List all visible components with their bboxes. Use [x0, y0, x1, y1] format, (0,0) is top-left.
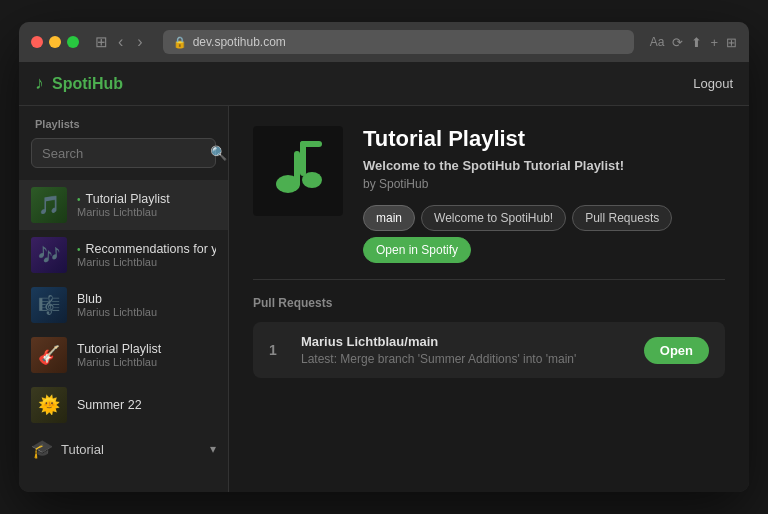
playlist-thumbnail: 🎼	[31, 287, 67, 323]
refresh-icon[interactable]: ⟳	[672, 35, 683, 50]
playlist-name: Tutorial Playlist	[77, 342, 216, 356]
maximize-button[interactable]	[67, 36, 79, 48]
playlist-thumbnail: 🎵	[31, 187, 67, 223]
playlist-name: Summer 22	[77, 398, 216, 412]
tab-welcome[interactable]: Welcome to SpotiHub!	[421, 205, 566, 231]
active-dot: •	[77, 244, 81, 255]
traffic-lights	[31, 36, 79, 48]
new-tab-icon[interactable]: +	[710, 35, 718, 50]
playlist-owner: Marius Lichtblau	[77, 256, 216, 268]
playlist-info: Summer 22	[77, 398, 216, 412]
list-item[interactable]: 🌞 Summer 22	[19, 380, 228, 430]
svg-rect-1	[300, 141, 306, 176]
chevron-down-icon: ▾	[210, 442, 216, 456]
app-header: ♪ SpotiHub Logout	[19, 62, 749, 106]
playlist-welcome: Welcome to the SpotiHub Tutorial Playlis…	[363, 158, 725, 173]
playlist-thumbnail: 🎶	[31, 237, 67, 273]
list-item[interactable]: 🎶 • Recommendations for you Marius Licht…	[19, 230, 228, 280]
tab-main[interactable]: main	[363, 205, 415, 231]
list-item[interactable]: 🎸 Tutorial Playlist Marius Lichtblau	[19, 330, 228, 380]
url-text: dev.spotihub.com	[193, 35, 286, 49]
pr-number: 1	[269, 342, 285, 358]
app-main: Playlists 🔍 🎵 • Tutorial Playlist Marius…	[19, 106, 749, 492]
tabs-icon[interactable]: ⊞	[726, 35, 737, 50]
browser-actions: Aa ⟳ ⬆ + ⊞	[650, 35, 737, 50]
search-button[interactable]: 🔍	[210, 145, 227, 161]
pr-item: 1 Marius Lichtblau/main Latest: Merge br…	[253, 322, 725, 378]
playlist-name: Blub	[77, 292, 216, 306]
pr-title: Marius Lichtblau/main	[301, 334, 628, 349]
tab-bar: main Welcome to SpotiHub! Pull Requests …	[363, 205, 725, 263]
search-container[interactable]: 🔍	[31, 138, 216, 168]
forward-button[interactable]: ›	[133, 31, 146, 53]
share-icon[interactable]: ⬆	[691, 35, 702, 50]
sidebar-footer-item[interactable]: 🎓 Tutorial ▾	[19, 430, 228, 468]
browser-titlebar: ⊞ ‹ › 🔒 dev.spotihub.com Aa ⟳ ⬆ + ⊞	[19, 22, 749, 62]
app-logo: ♪ SpotiHub	[35, 73, 123, 94]
logo-icon: ♪	[35, 73, 44, 94]
pr-subtitle: Latest: Merge branch 'Summer Additions' …	[301, 352, 628, 366]
playlist-info: Blub Marius Lichtblau	[77, 292, 216, 318]
reader-icon[interactable]: Aa	[650, 35, 665, 49]
playlist-owner: Marius Lichtblau	[77, 356, 216, 368]
sidebar-footer-label: Tutorial	[61, 442, 202, 457]
playlist-by: by SpotiHub	[363, 177, 725, 191]
browser-window: ⊞ ‹ › 🔒 dev.spotihub.com Aa ⟳ ⬆ + ⊞ ♪ Sp…	[19, 22, 749, 492]
playlist-name: • Tutorial Playlist	[77, 192, 216, 206]
playlist-cover	[253, 126, 343, 216]
playlist-thumbnail: 🌞	[31, 387, 67, 423]
main-content: Tutorial Playlist Welcome to the SpotiHu…	[229, 106, 749, 492]
lock-icon: 🔒	[173, 36, 187, 49]
tutorial-icon: 🎓	[31, 438, 53, 460]
music-note-icon	[268, 136, 328, 206]
active-dot: •	[77, 194, 81, 205]
back-button[interactable]: ‹	[114, 31, 127, 53]
pr-section: Pull Requests 1 Marius Lichtblau/main La…	[229, 280, 749, 394]
playlist-info: • Recommendations for you Marius Lichtbl…	[77, 242, 216, 268]
logout-button[interactable]: Logout	[693, 76, 733, 91]
app-container: ♪ SpotiHub Logout Playlists 🔍 🎵	[19, 62, 749, 492]
minimize-button[interactable]	[49, 36, 61, 48]
app-name: SpotiHub	[52, 75, 123, 93]
pr-info: Marius Lichtblau/main Latest: Merge bran…	[301, 334, 628, 366]
tab-pull-requests[interactable]: Pull Requests	[572, 205, 672, 231]
playlist-info: • Tutorial Playlist Marius Lichtblau	[77, 192, 216, 218]
playlist-name: • Recommendations for you	[77, 242, 216, 256]
playlist-owner: Marius Lichtblau	[77, 206, 216, 218]
playlist-details: Tutorial Playlist Welcome to the SpotiHu…	[363, 126, 725, 263]
sidebar-toggle-icon[interactable]: ⊞	[95, 33, 108, 51]
playlist-header: Tutorial Playlist Welcome to the SpotiHu…	[229, 106, 749, 279]
pr-open-button[interactable]: Open	[644, 337, 709, 364]
browser-nav: ⊞ ‹ ›	[95, 31, 147, 53]
list-item[interactable]: 🎼 Blub Marius Lichtblau	[19, 280, 228, 330]
svg-rect-3	[294, 151, 300, 186]
sidebar-section-title: Playlists	[19, 118, 228, 138]
playlist-title: Tutorial Playlist	[363, 126, 725, 152]
playlist-info: Tutorial Playlist Marius Lichtblau	[77, 342, 216, 368]
sidebar: Playlists 🔍 🎵 • Tutorial Playlist Marius…	[19, 106, 229, 492]
playlist-thumbnail: 🎸	[31, 337, 67, 373]
playlist-owner: Marius Lichtblau	[77, 306, 216, 318]
svg-point-4	[302, 172, 322, 188]
list-item[interactable]: 🎵 • Tutorial Playlist Marius Lichtblau	[19, 180, 228, 230]
pr-section-title: Pull Requests	[253, 296, 725, 310]
tab-open-spotify[interactable]: Open in Spotify	[363, 237, 471, 263]
close-button[interactable]	[31, 36, 43, 48]
search-input[interactable]	[42, 146, 210, 161]
address-bar[interactable]: 🔒 dev.spotihub.com	[163, 30, 634, 54]
